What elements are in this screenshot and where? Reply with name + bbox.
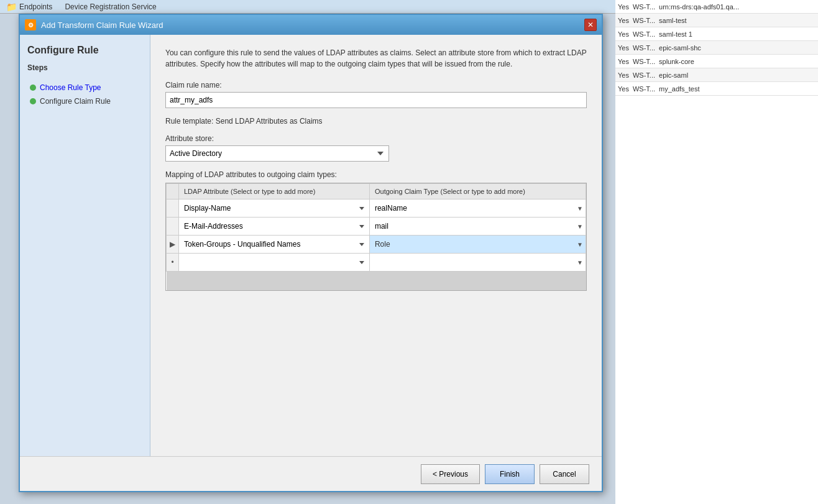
step1-dot — [30, 85, 36, 91]
cancel-button[interactable]: Cancel — [540, 464, 589, 484]
row4-claim-input[interactable] — [372, 255, 576, 270]
row1-ldap-select[interactable]: Display-Name — [182, 201, 367, 216]
bg-col-name: urn:ms-drs:qa-adfs01.qa... — [659, 3, 739, 11]
mapping-table: LDAP Attribute (Select or type to add mo… — [166, 183, 586, 290]
rule-template-text: Rule template: Send LDAP Attributes as C… — [165, 117, 587, 126]
mapping-label: Mapping of LDAP attributes to outgoing c… — [165, 170, 587, 179]
row1-claim-cell[interactable]: ▼ — [369, 199, 586, 218]
step2-dot — [30, 98, 36, 104]
th-indicator — [167, 184, 179, 199]
steps-list: Choose Rule Type Configure Claim Rule — [30, 81, 142, 108]
bg-col-type: WS-T... — [633, 3, 655, 11]
step-1[interactable]: Choose Rule Type — [30, 81, 142, 94]
bg-col-type: WS-T... — [633, 44, 655, 52]
bg-col-yes: Yes — [618, 17, 629, 24]
step-2: Configure Claim Rule — [30, 94, 142, 108]
description-text: You can configure this rule to send the … — [165, 47, 587, 70]
device-reg-label: Device Registration Service — [65, 2, 156, 11]
row1-claim-input[interactable] — [372, 201, 576, 216]
attribute-store-select[interactable]: Active Directory — [165, 145, 389, 162]
table-row: Display-Name ▼ — [167, 199, 586, 218]
bg-col-type: WS-T... — [633, 71, 655, 79]
row1-indicator — [167, 199, 179, 218]
bg-col-name: epic-saml-shc — [659, 44, 701, 52]
dialog-title: Add Transform Claim Rule Wizard — [41, 21, 163, 30]
bg-col-name: saml-test — [659, 17, 687, 24]
bg-col-type: WS-T... — [633, 30, 655, 38]
step1-label[interactable]: Choose Rule Type — [40, 83, 101, 92]
th-ldap: LDAP Attribute (Select or type to add mo… — [179, 184, 370, 199]
table-row: • ▼ — [167, 254, 586, 272]
row4-ldap-cell[interactable] — [179, 254, 370, 272]
row3-ldap-cell[interactable]: Token-Groups - Unqualified Names — [179, 236, 370, 254]
previous-button[interactable]: < Previous — [421, 464, 480, 484]
dialog-icon: ⚙ — [25, 19, 36, 30]
row2-ldap-cell[interactable]: E-Mail-Addresses — [179, 218, 370, 236]
row3-ldap-select[interactable]: Token-Groups - Unqualified Names — [182, 237, 367, 252]
bg-col-yes: Yes — [618, 58, 629, 65]
bg-col-yes: Yes — [618, 85, 629, 93]
row4-indicator: • — [167, 254, 179, 272]
table-empty-row — [167, 272, 586, 290]
row2-ldap-select[interactable]: E-Mail-Addresses — [182, 219, 367, 234]
bg-col-name: splunk-core — [659, 58, 694, 65]
attribute-store-label: Attribute store: — [165, 134, 587, 143]
background-table: Yes WS-T... urn:ms-drs:qa-adfs01.qa... Y… — [615, 0, 818, 504]
sidebar: Configure Rule Steps Choose Rule Type Co… — [20, 35, 150, 491]
dialog-content: Configure Rule Steps Choose Rule Type Co… — [20, 35, 602, 491]
top-bar: 📁 Endpoints Device Registration Service — [0, 0, 615, 14]
row3-claim-cell[interactable]: ▼ — [369, 236, 586, 254]
row4-ldap-select[interactable] — [182, 255, 367, 270]
main-panel: You can configure this rule to send the … — [150, 35, 602, 491]
bg-col-name: saml-test 1 — [659, 30, 692, 38]
claim-rule-name-group: Claim rule name: — [165, 81, 587, 108]
attribute-store-group: Attribute store: Active Directory — [165, 134, 587, 162]
bg-col-type: WS-T... — [633, 85, 655, 93]
steps-title: Steps — [27, 63, 142, 72]
table-row: ▶ Token-Groups - Unqualified Names ▼ — [167, 236, 586, 254]
table-row: E-Mail-Addresses ▼ — [167, 218, 586, 236]
empty-row-cell — [167, 272, 586, 290]
bg-col-name: epic-saml — [659, 71, 688, 79]
row2-claim-cell[interactable]: ▼ — [369, 218, 586, 236]
bg-col-yes: Yes — [618, 71, 629, 79]
bg-col-yes: Yes — [618, 30, 629, 38]
th-claim: Outgoing Claim Type (Select or type to a… — [369, 184, 586, 199]
mapping-table-container: LDAP Attribute (Select or type to add mo… — [165, 183, 587, 291]
add-transform-wizard-dialog: ⚙ Add Transform Claim Rule Wizard ✕ Conf… — [19, 14, 603, 492]
row2-claim-input[interactable] — [372, 219, 576, 234]
top-bar-endpoints: 📁 Endpoints — [6, 2, 52, 12]
titlebar-left: ⚙ Add Transform Claim Rule Wizard — [25, 19, 163, 30]
button-bar: < Previous Finish Cancel — [20, 456, 602, 491]
bg-col-yes: Yes — [618, 44, 629, 52]
row4-claim-cell[interactable]: ▼ — [369, 254, 586, 272]
bg-col-type: WS-T... — [633, 17, 655, 24]
row3-claim-input[interactable] — [372, 237, 576, 252]
finish-button[interactable]: Finish — [485, 464, 535, 484]
claim-rule-name-label: Claim rule name: — [165, 81, 587, 89]
bg-col-type: WS-T... — [633, 58, 655, 65]
step2-label: Configure Claim Rule — [40, 97, 111, 106]
row3-indicator: ▶ — [167, 236, 179, 254]
close-button[interactable]: ✕ — [584, 19, 597, 31]
sidebar-configure-title: Configure Rule — [27, 45, 142, 56]
claim-rule-name-input[interactable] — [165, 92, 587, 108]
dialog-titlebar: ⚙ Add Transform Claim Rule Wizard ✕ — [20, 15, 602, 35]
row2-indicator — [167, 218, 179, 236]
endpoints-label: Endpoints — [19, 2, 52, 11]
bg-col-yes: Yes — [618, 3, 629, 11]
bg-col-name: my_adfs_test — [659, 85, 699, 93]
top-bar-device-reg: Device Registration Service — [65, 2, 156, 11]
row1-ldap-cell[interactable]: Display-Name — [179, 199, 370, 218]
